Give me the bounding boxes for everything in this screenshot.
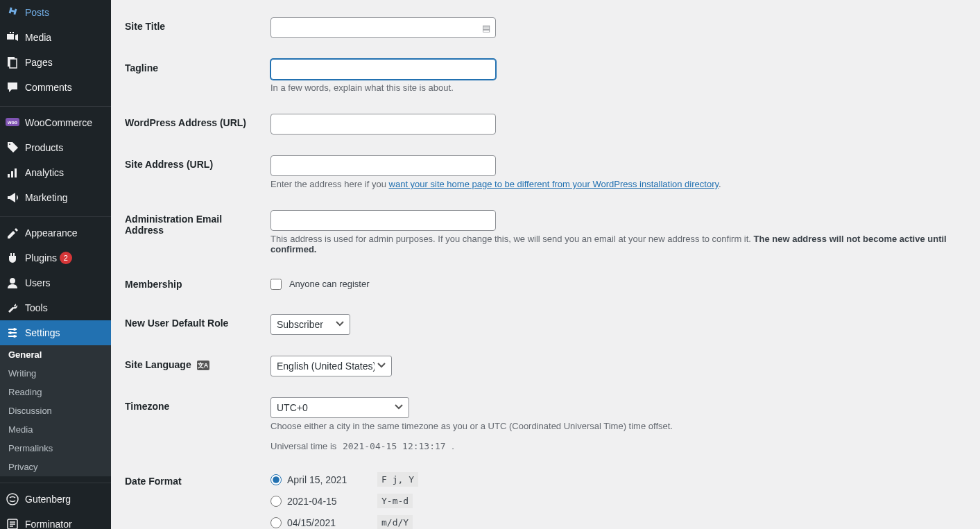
sidebar-label: Gutenberg: [25, 494, 71, 505]
woocommerce-icon: woo: [6, 116, 19, 130]
menu-separator: [0, 103, 111, 107]
sidebar-item-gutenberg[interactable]: Gutenberg: [0, 487, 111, 512]
gutenberg-icon: [6, 492, 19, 506]
date-format-label: Date Format: [125, 476, 182, 487]
sidebar-item-settings[interactable]: Settings: [0, 320, 111, 345]
date-format-code: F j, Y: [377, 472, 418, 487]
site-title-label: Site Title: [125, 21, 165, 32]
pushpin-icon: [6, 6, 19, 19]
svg-point-12: [13, 328, 16, 331]
admin-email-label: Administration Email Address: [125, 214, 222, 236]
settings-general-form: Site Title ▤ Tagline In a few words, exp…: [111, 0, 980, 529]
date-format-radio[interactable]: [270, 474, 282, 485]
svg-rect-0: [7, 34, 14, 40]
sidebar-item-woocommerce[interactable]: woo WooCommerce: [0, 110, 111, 135]
timezone-select[interactable]: UTC+0: [270, 397, 409, 418]
svg-rect-10: [15, 168, 17, 177]
sidebar-item-media[interactable]: Media: [0, 25, 111, 50]
sidebar-label: WooCommerce: [25, 117, 92, 128]
svg-rect-8: [8, 174, 10, 177]
analytics-icon: [6, 166, 19, 180]
default-role-label: New User Default Role: [125, 318, 228, 329]
settings-submenu: General Writing Reading Discussion Media…: [0, 345, 111, 476]
svg-point-13: [9, 331, 12, 334]
site-language-select[interactable]: English (United States): [270, 356, 392, 376]
sidebar-item-comments[interactable]: Comments: [0, 75, 111, 100]
svg-text:woo: woo: [7, 120, 17, 125]
sidebar-label: Appearance: [25, 227, 78, 239]
sidebar-item-users[interactable]: Users: [0, 270, 111, 295]
sidebar-label: Posts: [25, 7, 49, 18]
timezone-utc-line: Universal time is 2021-04-15 12:13:17 .: [270, 441, 959, 451]
date-format-radio[interactable]: [270, 517, 282, 528]
tagline-input[interactable]: [270, 59, 496, 80]
sidebar-item-marketing[interactable]: Marketing: [0, 185, 111, 210]
users-icon: [6, 276, 19, 290]
membership-checkbox[interactable]: [270, 279, 282, 290]
forminator-icon: [6, 517, 19, 529]
admin-email-description: This address is used for admin purposes.…: [270, 234, 959, 254]
sidebar-label: Products: [25, 142, 63, 153]
default-role-select[interactable]: Subscriber: [270, 314, 350, 335]
sidebar-item-tools[interactable]: Tools: [0, 295, 111, 320]
svg-point-15: [7, 494, 18, 505]
submenu-permalinks[interactable]: Permalinks: [0, 439, 111, 458]
date-format-display: 04/15/2021: [287, 517, 377, 528]
tagline-label: Tagline: [125, 62, 158, 73]
sidebar-label: Forminator: [25, 519, 72, 529]
date-format-code: m/d/Y: [377, 515, 413, 529]
site-language-label: Site Language 文A: [125, 359, 209, 370]
settings-icon: [6, 326, 19, 340]
membership-checkbox-wrap[interactable]: Anyone can register: [270, 279, 370, 289]
submenu-media[interactable]: Media: [0, 420, 111, 439]
wp-url-label: WordPress Address (URL): [125, 117, 246, 128]
site-url-input[interactable]: [270, 155, 496, 176]
plugins-icon: [6, 251, 19, 265]
tagline-description: In a few words, explain what this site i…: [270, 83, 959, 93]
date-format-code: Y-m-d: [377, 494, 413, 508]
site-url-description: Enter the address here if you want your …: [270, 179, 959, 189]
sidebar-item-pages[interactable]: Pages: [0, 50, 111, 75]
media-icon: [6, 31, 19, 44]
date-format-option[interactable]: 2021-04-15Y-m-d: [270, 494, 959, 508]
tools-icon: [6, 301, 19, 315]
sidebar-item-posts[interactable]: Posts: [0, 0, 111, 25]
sidebar-label: Comments: [25, 82, 72, 93]
menu-separator: [0, 214, 111, 217]
svg-point-14: [13, 335, 16, 338]
svg-point-7: [9, 144, 10, 145]
sidebar-label: Tools: [25, 302, 48, 313]
sidebar-item-forminator[interactable]: Forminator: [0, 512, 111, 529]
submenu-discussion[interactable]: Discussion: [0, 401, 111, 420]
admin-email-input[interactable]: [270, 210, 496, 231]
sidebar-item-analytics[interactable]: Analytics: [0, 160, 111, 185]
site-title-input[interactable]: [270, 17, 496, 38]
site-url-help-link[interactable]: want your site home page to be different…: [389, 179, 719, 189]
submenu-writing[interactable]: Writing: [0, 364, 111, 383]
sidebar-item-products[interactable]: Products: [0, 135, 111, 160]
sidebar-label: Settings: [25, 327, 60, 338]
wp-url-input[interactable]: [270, 114, 496, 135]
date-format-option[interactable]: April 15, 2021F j, Y: [270, 472, 959, 487]
timezone-label: Timezone: [125, 401, 169, 412]
sidebar-label: Analytics: [25, 167, 64, 178]
date-format-radio[interactable]: [270, 496, 282, 507]
svg-rect-4: [10, 59, 17, 68]
svg-rect-9: [11, 171, 13, 177]
sidebar-item-appearance[interactable]: Appearance: [0, 220, 111, 245]
svg-rect-2: [12, 32, 14, 33]
sidebar-item-plugins[interactable]: Plugins 2: [0, 245, 111, 270]
sidebar-label: Media: [25, 32, 51, 43]
products-icon: [6, 141, 19, 155]
sidebar-label: Users: [25, 277, 51, 288]
site-url-label: Site Address (URL): [125, 159, 213, 170]
translate-icon: 文A: [197, 361, 209, 370]
admin-sidebar: Posts Media Pages Comments woo WooCommer…: [0, 0, 111, 529]
pages-icon: [6, 55, 19, 69]
submenu-general[interactable]: General: [0, 345, 111, 364]
sidebar-label: Pages: [25, 57, 53, 68]
submenu-privacy[interactable]: Privacy: [0, 458, 111, 476]
comments-icon: [6, 80, 19, 94]
submenu-reading[interactable]: Reading: [0, 383, 111, 401]
date-format-option[interactable]: 04/15/2021m/d/Y: [270, 515, 959, 529]
